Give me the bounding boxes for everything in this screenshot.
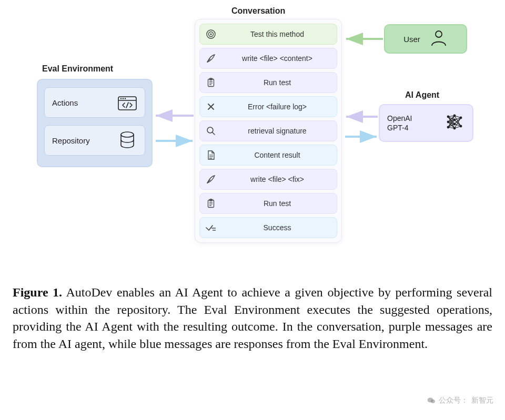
search-icon: [205, 125, 217, 137]
svg-point-54: [447, 126, 450, 129]
user-box: User: [384, 24, 467, 54]
eval-actions-box: Actions: [44, 87, 145, 118]
svg-point-62: [431, 399, 435, 403]
svg-point-57: [453, 123, 456, 126]
code-window-icon: [117, 94, 137, 111]
conversation-title: Conversation: [231, 6, 285, 16]
eval-title: Eval Environment: [42, 64, 113, 74]
message-text: write <file> <fix>: [223, 175, 331, 183]
clipboard-icon: [205, 198, 217, 209]
watermark-source: 新智元: [471, 396, 493, 405]
person-icon: [430, 29, 448, 49]
svg-point-9: [125, 98, 126, 99]
user-label: User: [403, 35, 420, 44]
figure-caption: Figure 1. AutoDev enables an AI Agent to…: [13, 284, 492, 353]
conversation-message: Test this method: [199, 24, 337, 45]
document-icon: [205, 149, 217, 161]
conversation-message: write <file> <fix>: [199, 169, 337, 190]
neural-network-icon: [444, 111, 465, 135]
target-icon: [205, 28, 217, 40]
wechat-icon: [427, 396, 436, 405]
svg-point-56: [453, 119, 456, 121]
svg-point-7: [120, 98, 122, 99]
quill-icon: [205, 53, 217, 64]
message-text: write <file> <content>: [223, 54, 331, 63]
conversation-panel: Test this methodwrite <file> <content>Ru…: [195, 19, 342, 243]
watermark-prefix: 公众号：: [439, 396, 468, 405]
database-icon: [117, 132, 137, 149]
eval-repository-label: Repository: [52, 136, 90, 145]
x-icon: [205, 101, 217, 112]
conversation-message: Error <failure log>: [199, 96, 337, 117]
svg-point-52: [447, 116, 450, 118]
quill-icon: [205, 173, 217, 185]
conversation-message: Run test: [199, 72, 337, 93]
watermark: 公众号：新智元: [427, 396, 493, 405]
svg-point-53: [447, 121, 450, 124]
message-text: retrieval signature: [223, 127, 331, 135]
ai-agent-panel: OpenAI GPT-4: [379, 104, 473, 142]
svg-point-55: [453, 115, 456, 117]
svg-point-8: [123, 98, 124, 99]
message-text: Test this method: [223, 30, 331, 38]
figure-label: Figure 1.: [13, 285, 62, 299]
svg-point-13: [210, 33, 211, 35]
svg-line-20: [213, 132, 215, 135]
svg-point-31: [436, 31, 442, 37]
agent-label: OpenAI GPT-4: [387, 114, 412, 132]
agent-title: AI Agent: [405, 90, 439, 100]
message-text: Success: [223, 223, 331, 232]
clipboard-icon: [205, 77, 217, 88]
conversation-message: Run test: [199, 193, 337, 214]
message-text: Run test: [223, 199, 331, 208]
message-text: Run test: [223, 78, 331, 87]
conversation-message: Content result: [199, 145, 337, 166]
conversation-message: write <file> <content>: [199, 48, 337, 69]
svg-point-10: [121, 132, 134, 137]
figure-text: AutoDev enables an AI Agent to achieve a…: [13, 285, 492, 351]
message-text: Error <failure log>: [223, 103, 331, 111]
svg-point-59: [460, 117, 462, 119]
conversation-message: retrieval signature: [199, 120, 337, 141]
agent-line2: GPT-4: [387, 123, 412, 132]
eval-repository-box: Repository: [44, 125, 145, 156]
conversation-message: Success: [199, 217, 337, 238]
svg-point-60: [460, 125, 462, 128]
eval-actions-label: Actions: [52, 98, 78, 107]
eval-environment-panel: Actions Repository: [37, 79, 153, 167]
check-icon: [205, 222, 217, 233]
message-text: Content result: [223, 151, 331, 159]
svg-point-58: [453, 127, 456, 130]
agent-line1: OpenAI: [387, 114, 412, 123]
svg-point-19: [207, 127, 213, 133]
